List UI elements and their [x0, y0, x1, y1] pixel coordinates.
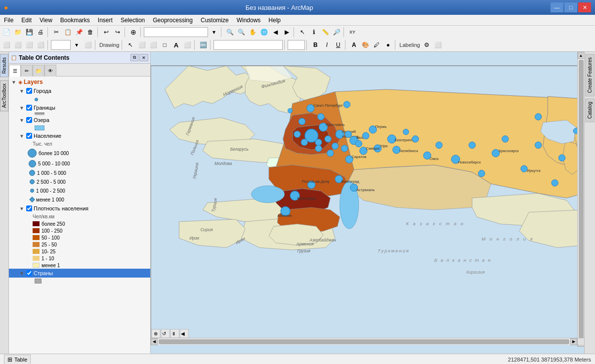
open-button[interactable]: 📁: [12, 27, 23, 38]
menu-item-selection[interactable]: Selection: [117, 16, 149, 25]
scroll-thumb-h[interactable]: [159, 339, 569, 344]
menu-item-help[interactable]: Help: [264, 16, 285, 25]
delete-button[interactable]: 🗑: [85, 27, 96, 38]
strany-expand[interactable]: ▼: [19, 270, 25, 276]
ozera-expand[interactable]: ▼: [19, 117, 25, 123]
font-input[interactable]: Arial: [213, 40, 283, 50]
granitsy-expand[interactable]: ▼: [19, 105, 25, 111]
menu-item-geoprocessing[interactable]: Geoprocessing: [149, 16, 197, 25]
new-button[interactable]: 📄: [1, 27, 12, 38]
copy-button[interactable]: 📋: [62, 27, 73, 38]
pan-button[interactable]: ✋: [247, 27, 258, 38]
zoom-in-button[interactable]: 🔍: [224, 27, 235, 38]
toc-tab-visibility[interactable]: 👁: [44, 65, 56, 77]
tb2-btn2[interactable]: ⬜: [12, 40, 23, 50]
goroda-check[interactable]: [26, 88, 32, 94]
maximize-button[interactable]: □: [564, 2, 577, 12]
zoom-out-button[interactable]: 🔍: [236, 27, 247, 38]
toc-tab-source[interactable]: 📁: [33, 65, 44, 77]
minimize-button[interactable]: —: [551, 2, 563, 12]
close-button[interactable]: ✕: [578, 2, 591, 12]
toc-tab-list[interactable]: ☰: [9, 65, 21, 77]
scale-input[interactable]: 1:30 000 000: [144, 27, 208, 37]
ozera-check[interactable]: [26, 117, 32, 123]
granitsy-item[interactable]: ▼ Границы: [9, 103, 150, 112]
catalog-tab[interactable]: Catalog: [585, 98, 595, 122]
menu-item-insert[interactable]: Insert: [94, 16, 117, 25]
line-color-btn[interactable]: 🖊: [371, 40, 382, 50]
label-settings-btn[interactable]: ⚙: [422, 40, 432, 50]
scale-dropdown[interactable]: ▾: [209, 27, 219, 38]
vertical-scrollbar[interactable]: ▲ ▼: [577, 52, 584, 347]
results-tab[interactable]: Results: [0, 54, 8, 77]
ozera-item[interactable]: ▼ Озера: [9, 116, 150, 124]
paste-button[interactable]: 📌: [74, 27, 85, 38]
zoom-dropdown[interactable]: ▾: [71, 40, 82, 50]
measure-button[interactable]: 📏: [320, 27, 331, 38]
menu-item-customize[interactable]: Customize: [197, 16, 233, 25]
redo-button[interactable]: ↪: [112, 27, 123, 38]
marker-color-btn[interactable]: ●: [382, 40, 393, 50]
menu-item-windows[interactable]: Windows: [233, 16, 265, 25]
toc-tab-drawing[interactable]: ✏: [21, 65, 33, 77]
layers-expand[interactable]: ▼: [11, 79, 17, 85]
scroll-up-btn[interactable]: ▲: [578, 52, 585, 59]
cut-button[interactable]: ✂: [51, 27, 62, 38]
granitsy-check[interactable]: [26, 105, 32, 111]
save-button[interactable]: 💾: [24, 27, 35, 38]
naselenie-expand[interactable]: ▼: [19, 133, 25, 139]
scroll-thumb-v[interactable]: [579, 60, 584, 339]
arctoolbox-tab[interactable]: ArcToolbox: [0, 80, 8, 111]
naselenie-check[interactable]: [26, 133, 32, 139]
tb2-btn4[interactable]: ⬜: [35, 40, 46, 50]
goroda-expand[interactable]: ▼: [19, 88, 25, 94]
table-button[interactable]: ⊞ Table: [4, 355, 31, 364]
print-button[interactable]: 🖨: [35, 27, 46, 38]
select-button[interactable]: ↖: [297, 27, 308, 38]
strany-check[interactable]: [26, 270, 32, 276]
full-extent-button[interactable]: 🌐: [258, 27, 269, 38]
tb2-edit1[interactable]: ⬜: [136, 40, 147, 50]
scroll-right-btn[interactable]: ▶: [570, 338, 577, 345]
fill-color-btn[interactable]: 🎨: [360, 40, 371, 50]
create-features-tab[interactable]: Create Features: [585, 54, 595, 96]
xy-button[interactable]: XY: [347, 27, 358, 38]
identify-button[interactable]: ℹ: [308, 27, 319, 38]
layers-group-header[interactable]: ▼ ◈ Layers: [9, 78, 150, 86]
tb-last[interactable]: ⬜: [433, 40, 444, 50]
find-button[interactable]: 🔎: [331, 27, 342, 38]
strany-item[interactable]: ▼ Страны: [9, 269, 150, 278]
tb2-btn5[interactable]: ⬜: [83, 40, 93, 50]
zoom-input[interactable]: 94%: [51, 40, 71, 50]
tb2-btn6[interactable]: ⬜: [182, 40, 193, 50]
menu-item-bookmarks[interactable]: Bookmarks: [56, 16, 94, 25]
scroll-left-btn[interactable]: ◀: [151, 338, 158, 345]
goroda-item[interactable]: ▼ Города: [9, 86, 150, 95]
tb2-rect[interactable]: □: [159, 40, 170, 50]
menu-item-file[interactable]: File: [0, 16, 17, 25]
tb2-edit2[interactable]: ⬜: [148, 40, 159, 50]
underline-btn[interactable]: U: [333, 40, 343, 50]
tb2-btn3[interactable]: ⬜: [24, 40, 35, 50]
plotnost-check[interactable]: [26, 205, 32, 211]
plotnost-expand[interactable]: ▼: [19, 205, 25, 211]
menu-item-view[interactable]: View: [36, 16, 56, 25]
bold-btn[interactable]: B: [310, 40, 321, 50]
menu-item-edit[interactable]: Edit: [17, 16, 36, 25]
horizontal-scrollbar[interactable]: ◀ ▶: [151, 338, 577, 345]
tb2-btn1[interactable]: ⬜: [1, 40, 12, 50]
undo-button[interactable]: ↩: [101, 27, 112, 38]
plotnost-item[interactable]: ▼ Плотность населения: [9, 204, 150, 213]
text-btn[interactable]: A: [170, 40, 181, 50]
zoom-next-button[interactable]: ▶: [281, 27, 292, 38]
zoom-prev-button[interactable]: ◀: [270, 27, 281, 38]
font-color-a-btn[interactable]: A: [348, 40, 359, 50]
toc-float-btn[interactable]: ⧉: [130, 54, 138, 61]
italic-btn[interactable]: I: [321, 40, 332, 50]
font-color-btn[interactable]: 🔤: [198, 40, 209, 50]
map-area[interactable]: Санкт-Петербург Ярославль Нижний Новгоро…: [151, 52, 584, 354]
cursor-btn[interactable]: ↖: [125, 40, 136, 50]
toc-close-btn[interactable]: ✕: [139, 54, 148, 61]
naselenie-item[interactable]: ▼ Население: [9, 131, 150, 140]
add-data-button[interactable]: ⊕: [128, 27, 139, 38]
